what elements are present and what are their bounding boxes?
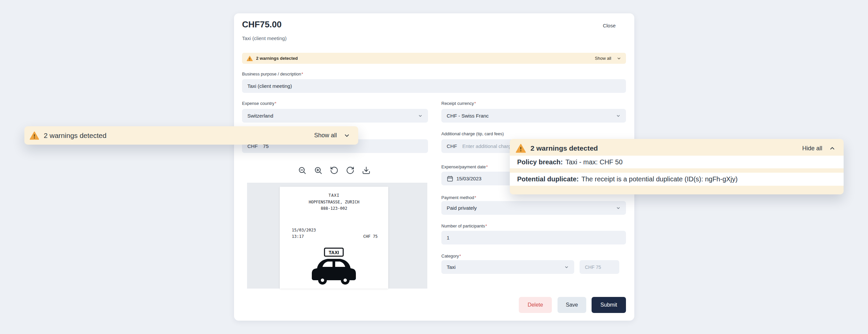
receipt-currency-value: CHF - Swiss Franc bbox=[447, 113, 489, 119]
currency-prefix: CHF bbox=[447, 143, 457, 149]
participants-label: Number of participants* bbox=[441, 223, 487, 229]
warning-popover-text: 2 warnings detected bbox=[44, 131, 106, 140]
expense-country-select[interactable]: Switzerland bbox=[242, 109, 428, 123]
warnings-panel-header: 2 warnings detected Hide all bbox=[516, 142, 836, 154]
taxi-icon: TAXI bbox=[310, 247, 357, 287]
page: CHF75.00 Close Taxi (client meeting) 2 w… bbox=[0, 0, 868, 334]
required-mark: * bbox=[302, 71, 303, 77]
receipt-address: HOPFENSTRASSE, ZURICH bbox=[280, 200, 388, 204]
warning-item-label: Potential duplicate: bbox=[517, 175, 579, 183]
rotate-left-icon[interactable] bbox=[328, 164, 340, 176]
additional-charge-label: Additional charge (tip, card fees) bbox=[441, 131, 504, 136]
hide-all-link[interactable]: Hide all bbox=[800, 145, 824, 152]
warning-item-policy-breach: Policy breach: Taxi - max: CHF 50 bbox=[510, 156, 844, 168]
calendar-icon bbox=[447, 175, 453, 182]
receipt-preview-area: TAXI HOPFENSTRASSE, ZURICH 888-123-002 1… bbox=[247, 183, 427, 289]
zoom-out-icon[interactable] bbox=[296, 164, 308, 176]
business-purpose-label: Business purpose / description* bbox=[242, 71, 303, 77]
category-select[interactable]: Taxi bbox=[441, 260, 574, 274]
warnings-panel: 2 warnings detected Hide all Policy brea… bbox=[510, 139, 844, 194]
warnings-banner-text: 2 warnings detected bbox=[256, 56, 298, 61]
receipt-date: 15/03/2023 bbox=[292, 228, 316, 233]
business-purpose-value: Taxi (client meeting) bbox=[247, 83, 292, 89]
required-mark: * bbox=[474, 101, 476, 106]
payment-method-label: Payment method* bbox=[441, 195, 476, 200]
expense-date-value: 15/03/2023 bbox=[456, 176, 482, 181]
category-value: Taxi bbox=[447, 264, 456, 270]
chevron-down-icon bbox=[564, 265, 569, 270]
chevron-up-icon[interactable] bbox=[829, 145, 836, 152]
warning-item-text: The receipt is a potential duplicate (ID… bbox=[581, 175, 738, 183]
chevron-down-icon[interactable] bbox=[344, 132, 350, 139]
warnings-banner: 2 warnings detected Show all bbox=[242, 53, 626, 64]
chevron-down-icon bbox=[616, 114, 621, 118]
receipt-image: TAXI HOPFENSTRASSE, ZURICH 888-123-002 1… bbox=[280, 187, 388, 289]
rotate-right-icon[interactable] bbox=[344, 164, 356, 176]
business-purpose-input[interactable]: Taxi (client meeting) bbox=[242, 79, 626, 93]
required-mark: * bbox=[486, 164, 488, 169]
receipt-toolbar bbox=[296, 164, 372, 176]
required-mark: * bbox=[275, 101, 276, 106]
receipt-currency-label: Receipt currency* bbox=[441, 101, 476, 106]
submit-button[interactable]: Submit bbox=[592, 297, 626, 313]
warning-item-text: Taxi - max: CHF 50 bbox=[565, 158, 623, 166]
category-amount-chip: CHF 75 bbox=[580, 260, 619, 274]
chevron-down-icon[interactable] bbox=[617, 56, 621, 61]
additional-charge-placeholder: Enter additional charge bbox=[462, 143, 514, 149]
expense-country-value: Switzerland bbox=[247, 113, 273, 119]
receipt-amount: CHF 75 bbox=[363, 234, 378, 239]
expense-subtitle: Taxi (client meeting) bbox=[242, 35, 286, 41]
save-button[interactable]: Save bbox=[558, 297, 586, 313]
receipt-time: 13:17 bbox=[292, 234, 304, 239]
expense-date-label: Expense/payment date* bbox=[441, 164, 488, 169]
svg-text:TAXI: TAXI bbox=[329, 250, 339, 255]
warning-icon bbox=[247, 56, 253, 61]
participants-value: 1 bbox=[447, 235, 450, 241]
warning-icon bbox=[516, 143, 526, 153]
close-button[interactable]: Close bbox=[603, 23, 616, 28]
show-all-link[interactable]: Show all bbox=[312, 131, 339, 139]
receipt-currency-select[interactable]: CHF - Swiss Franc bbox=[441, 109, 626, 123]
expense-amount-title: CHF75.00 bbox=[242, 19, 282, 30]
warning-popover: 2 warnings detected Show all bbox=[24, 126, 358, 145]
payment-method-select[interactable]: Paid privately bbox=[441, 201, 626, 215]
receipt-merchant: TAXI bbox=[280, 193, 388, 198]
zoom-in-icon[interactable] bbox=[312, 164, 324, 176]
warning-item-label: Policy breach: bbox=[517, 158, 563, 166]
required-mark: * bbox=[459, 253, 461, 259]
show-all-link[interactable]: Show all bbox=[593, 56, 613, 61]
receipt-phone: 888-123-002 bbox=[280, 206, 388, 211]
payment-method-value: Paid privately bbox=[447, 205, 477, 211]
participants-input[interactable]: 1 bbox=[441, 231, 626, 244]
required-mark: * bbox=[474, 195, 476, 200]
delete-button[interactable]: Delete bbox=[519, 297, 552, 313]
warnings-panel-title: 2 warnings detected bbox=[530, 144, 598, 152]
required-mark: * bbox=[486, 223, 487, 229]
chevron-down-icon bbox=[616, 206, 621, 210]
download-icon[interactable] bbox=[360, 164, 372, 176]
warning-item-potential-duplicate: Potential duplicate: The receipt is a po… bbox=[510, 173, 844, 186]
expense-country-label: Expense country* bbox=[242, 101, 276, 106]
chevron-down-icon bbox=[418, 114, 423, 118]
category-label: Category* bbox=[441, 253, 461, 259]
warning-icon bbox=[30, 131, 39, 140]
